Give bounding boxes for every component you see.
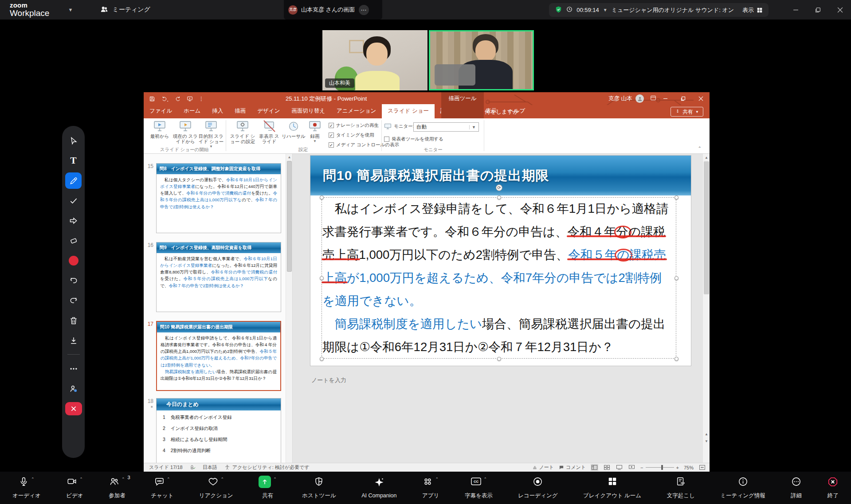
annotator-name-button[interactable] bbox=[65, 380, 82, 397]
redo-icon[interactable] bbox=[175, 96, 181, 102]
toolbar-終了[interactable]: 終了 bbox=[827, 477, 839, 500]
chevron-up-icon[interactable]: ⌃ bbox=[220, 477, 224, 481]
undo-button[interactable] bbox=[65, 272, 82, 289]
ribbon-display-options-icon[interactable] bbox=[650, 95, 656, 102]
redo-button[interactable] bbox=[65, 292, 82, 309]
canvas-scrollbar[interactable]: ▲ ▲ ▼ bbox=[702, 154, 710, 463]
comments-toggle[interactable]: コメント bbox=[559, 464, 586, 471]
ribbon-tab-ファイル[interactable]: ファイル bbox=[144, 104, 178, 118]
hide-slide-button[interactable]: 非表示 スライド bbox=[258, 120, 281, 144]
participant-video-2-active-speaker[interactable] bbox=[429, 30, 534, 90]
handle-bottom-center[interactable] bbox=[497, 357, 501, 361]
accessibility-status[interactable]: アクセシビリティ: 検討が必要です bbox=[224, 464, 310, 471]
save-icon[interactable] bbox=[149, 96, 155, 102]
toolbar-ミーティング情報[interactable]: ミーティング情報 bbox=[720, 477, 765, 500]
start-slideshow-icon[interactable] bbox=[187, 96, 193, 102]
ribbon-tab-ホーム[interactable]: ホーム bbox=[178, 104, 206, 118]
encryption-shield-icon[interactable] bbox=[555, 6, 562, 15]
from-current-slide-button[interactable]: 現在の スライドから bbox=[172, 120, 199, 144]
chevron-up-icon[interactable]: ⌃ bbox=[435, 477, 439, 481]
canvas-scrollbar-thumb[interactable] bbox=[704, 161, 709, 294]
save-annotation-button[interactable] bbox=[65, 332, 82, 348]
check-use-timings[interactable]: ✓タイミングを使用 bbox=[329, 132, 374, 138]
rehearse-timings-button[interactable]: リハーサル bbox=[282, 120, 306, 139]
text-tool[interactable]: T bbox=[65, 152, 82, 169]
account-avatar[interactable] bbox=[635, 94, 644, 103]
check-play-narrations[interactable]: ✓ナレーションの再生 bbox=[329, 122, 379, 129]
chevron-up-icon[interactable]: ⌃ bbox=[484, 477, 487, 481]
reading-view-button[interactable] bbox=[616, 464, 623, 471]
notes-toggle[interactable]: ノート bbox=[532, 464, 554, 471]
undo-icon[interactable] bbox=[161, 96, 169, 102]
zoom-in-icon[interactable]: + bbox=[676, 465, 679, 470]
slide-body-text[interactable]: 私はインボイス登録申請をして、令和６年1月1日から適格請求書発行事業者です。令和… bbox=[322, 197, 677, 359]
custom-slideshow-button[interactable]: 目的別 スライド ショー ▼ bbox=[197, 120, 225, 148]
tab-meeting[interactable]: ミーティング bbox=[100, 5, 150, 15]
scrollbar-thumb[interactable] bbox=[287, 161, 292, 272]
fit-to-window-icon[interactable] bbox=[698, 464, 706, 471]
chevron-up-icon[interactable]: ⌃ bbox=[273, 477, 277, 481]
toolbar-チャット[interactable]: ⌃チャット bbox=[151, 477, 173, 500]
ribbon-tab-アニメーション[interactable]: アニメーション bbox=[331, 104, 382, 118]
share-tab-more-icon[interactable]: ⋯ bbox=[359, 5, 369, 15]
slide-thumbnail-16[interactable]: 問9 インボイス登録後、高額特定資産を取得 私は不動産賃貸業を営む個人事業者で、… bbox=[156, 242, 281, 312]
ribbon-tab-デザイン[interactable]: デザイン bbox=[251, 104, 286, 118]
scroll-up-icon[interactable]: ▲ bbox=[286, 154, 293, 160]
view-button[interactable]: 表示 bbox=[742, 6, 763, 14]
check-use-presenter-view[interactable]: 発表者ツールを使用する bbox=[384, 136, 443, 142]
chevron-up-icon[interactable]: ⌃ bbox=[31, 477, 35, 481]
slideshow-view-button[interactable] bbox=[628, 464, 635, 471]
chevron-down-icon[interactable]: ▼ bbox=[68, 7, 73, 12]
rotate-handle[interactable]: ⟳ bbox=[496, 184, 502, 191]
handle-top-right[interactable] bbox=[675, 195, 678, 199]
toolbar-レコーディング[interactable]: レコーディング bbox=[518, 477, 557, 500]
customize-qat-icon[interactable]: ⋮ bbox=[199, 96, 204, 102]
ribbon-tab-挿入[interactable]: 挿入 bbox=[206, 104, 229, 118]
ribbon-tab-描画[interactable]: 描画 bbox=[229, 104, 251, 118]
toolbar-字幕を表示[interactable]: CC⌃字幕を表示 bbox=[465, 477, 493, 500]
spellcheck-icon[interactable] bbox=[190, 465, 196, 471]
slide-sorter-view-button[interactable] bbox=[603, 464, 611, 471]
ppt-share-button[interactable]: 共有 ▼ bbox=[671, 107, 703, 117]
zoom-slider[interactable]: − + bbox=[640, 465, 679, 470]
participant-video-1[interactable]: 山本和美 bbox=[322, 30, 427, 90]
ribbon-tab-画面切り替え[interactable]: 画面切り替え bbox=[286, 104, 331, 118]
zoom-slider-thumb[interactable] bbox=[661, 465, 663, 470]
toolbar-詳細[interactable]: 詳細 bbox=[791, 477, 802, 500]
original-sound-status[interactable]: ミュージシャン用のオリジナル サウンド: オン bbox=[612, 6, 734, 14]
close-button[interactable] bbox=[829, 0, 851, 20]
toolbar-ブレイクアウト ルーム[interactable]: ブレイクアウト ルーム bbox=[583, 477, 641, 500]
from-beginning-button[interactable]: 最初から bbox=[146, 120, 173, 139]
pen-tool[interactable] bbox=[65, 172, 82, 189]
notes-placeholder[interactable]: ノートを入力 bbox=[311, 376, 346, 384]
monitor-select[interactable]: 自動 ▼ bbox=[413, 122, 479, 132]
toolbar-AI Companion[interactable]: AI Companion bbox=[361, 477, 396, 499]
toolbar-文字起こし[interactable]: 文字起こし bbox=[667, 477, 695, 500]
handle-top-center[interactable] bbox=[497, 195, 501, 199]
current-slide[interactable]: 問10 簡易課税選択届出書の提出期限 私はインボイス登録申請をして、令和６年1月… bbox=[310, 156, 691, 366]
zoom-percentage[interactable]: 75% bbox=[684, 465, 694, 470]
handle-mid-left[interactable] bbox=[320, 276, 324, 280]
chevron-up-icon[interactable]: ⌃ bbox=[79, 477, 83, 481]
handle-bottom-right[interactable] bbox=[675, 357, 678, 361]
toolbar-参加者[interactable]: 3⌃参加者 bbox=[109, 477, 125, 500]
toolbar-ビデオ[interactable]: ⌃ビデオ bbox=[66, 477, 83, 500]
collapse-ribbon-icon[interactable]: ⌃ bbox=[698, 146, 702, 151]
previous-slide-icon[interactable]: ▲ bbox=[703, 430, 710, 438]
handle-bottom-left[interactable] bbox=[320, 357, 324, 361]
record-slideshow-button[interactable]: 録画 ▼ bbox=[306, 120, 324, 143]
toolbar-リアクション[interactable]: ⌃リアクション bbox=[199, 477, 233, 500]
handle-mid-right[interactable] bbox=[675, 276, 678, 280]
eraser-tool[interactable] bbox=[65, 232, 82, 249]
maximize-button[interactable] bbox=[807, 0, 829, 20]
chevron-up-icon[interactable]: ⌃ bbox=[122, 477, 125, 481]
thumbnail-scrollbar[interactable]: ▲ bbox=[286, 154, 292, 463]
canvas-scroll-up-icon[interactable]: ▲ bbox=[703, 154, 710, 161]
slide-thumbnail-18[interactable]: 今日のまとめ1免税事業者のインボイス登録2インボイス登録の取消3相続によるみなし… bbox=[156, 398, 281, 463]
chevron-up-icon[interactable]: ⌃ bbox=[167, 477, 170, 481]
close-annotation-button[interactable] bbox=[65, 402, 82, 415]
toolbar-ホストツール[interactable]: ホストツール bbox=[302, 477, 336, 500]
toolbar-オーディオ[interactable]: ⌃オーディオ bbox=[12, 477, 41, 500]
toolbar-アプリ[interactable]: ⌃アプリ bbox=[422, 477, 439, 500]
setup-slideshow-button[interactable]: スライド ショー の設定 bbox=[228, 120, 257, 144]
